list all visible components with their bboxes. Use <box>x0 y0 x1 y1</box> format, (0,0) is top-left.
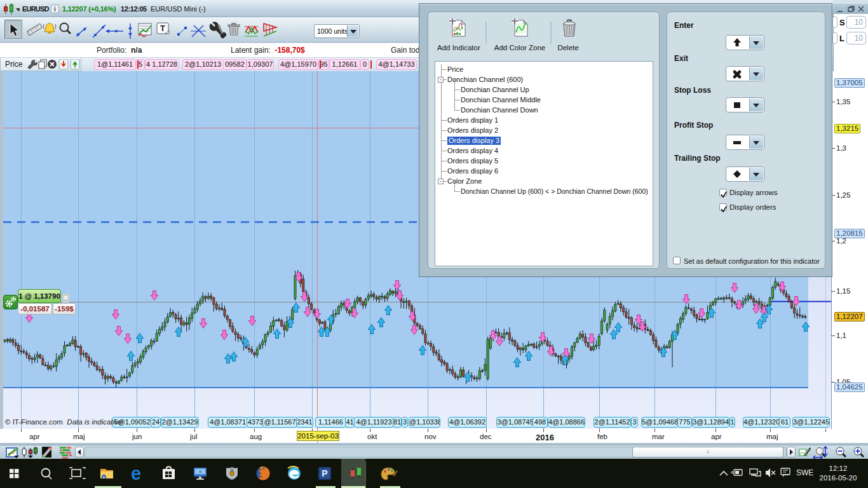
svg-text:T: T <box>160 24 165 33</box>
svg-text:e: e <box>131 463 141 484</box>
svg-text:P: P <box>322 468 327 478</box>
svg-text:≋: ≋ <box>199 470 201 473</box>
